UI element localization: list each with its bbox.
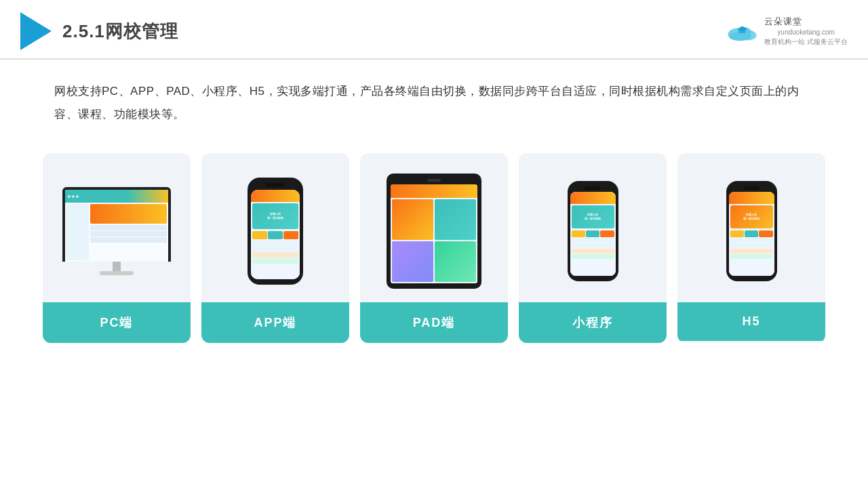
monitor-dot-1 [68,195,71,198]
phone-h5-content: 职通人的第一堂均课程 [729,204,774,276]
grid-item-3 [283,231,298,239]
mini-row-4 [572,254,614,259]
phone-app-notch [266,183,285,187]
phone-app-row2 [252,246,298,251]
monitor-top-bar [65,190,168,203]
h5-grid-1 [730,230,744,237]
card-pc-device [43,153,191,302]
monitor-main [90,204,167,260]
monitor-dot-2 [72,195,75,198]
tablet-screen [391,184,477,283]
card-pc-label: PC端 [43,302,191,343]
phone-mini-banner: 职通人的第一堂均课程 [572,205,614,228]
phone-app-topbar [251,190,300,202]
page-header: 2.5.1网校管理 云朵课堂 yunduoketang.com 教育机构一站 式… [0,0,868,60]
phone-app-outer: 职通人的第一堂均课程 [248,178,303,285]
phone-mini-content: 职通人的第一堂均课程 [570,204,616,276]
logo-triangle [20,12,52,50]
phone-h5-screen: 职通人的第一堂均课程 [729,192,774,276]
monitor-banner [90,204,167,224]
phone-app-row1 [252,240,298,245]
phone-app-row4 [252,258,298,264]
monitor-screen-inner [65,190,168,262]
phone-h5-topbar [729,192,774,204]
monitor-content [65,203,168,262]
phone-h5-grid [730,230,773,237]
tablet-tile-2 [435,199,476,240]
phone-app-mockup: 职通人的第一堂均课程 [248,178,303,285]
monitor-screen-wrap [62,187,171,262]
phone-h5-mockup: 职通人的第一堂均课程 [726,181,777,281]
monitor-row-3 [90,237,167,243]
card-miniprogram: 职通人的第一堂均课程 [519,153,667,343]
card-pad: PAD端 [360,153,508,343]
grid-item-2 [268,231,283,239]
title-main: 网校管理 [105,21,178,41]
brand-name: 云朵课堂 [764,16,848,28]
phone-app-banner: 职通人的第一堂均课程 [252,203,298,229]
monitor-stand-neck [113,262,121,271]
h5-grid-2 [745,230,758,237]
phone-h5-banner: 职通人的第一堂均课程 [730,205,773,228]
pc-monitor [62,187,171,275]
cloud-icon [721,21,762,41]
h5-row-3 [730,249,773,253]
card-miniprogram-label: 小程序 [519,302,667,343]
phone-h5-notch [743,186,760,190]
monitor-stand-base [100,271,134,275]
brand-tagline: 教育机构一站 式服务云平台 [764,37,848,47]
phone-mini-notch [585,186,601,190]
h5-row-4 [730,254,773,259]
card-miniprogram-device: 职通人的第一堂均课程 [519,153,667,302]
tablet-top [391,184,477,198]
mini-row-2 [572,243,614,248]
phone-h5-outer: 职通人的第一堂均课程 [726,181,777,281]
monitor-row-1 [90,225,167,230]
brand-icon: 云朵课堂 yunduoketang.com 教育机构一站 式服务云平台 [721,16,848,47]
phone-app-grid [252,231,298,239]
tablet-tile-1 [392,199,433,240]
card-h5: 职通人的第一堂均课程 [677,153,825,343]
tablet-mockup [387,174,481,289]
card-app: 职通人的第一堂均课程 [201,153,349,343]
header-left: 2.5.1网校管理 [20,12,178,50]
mini-grid-3 [600,230,614,237]
card-app-device: 职通人的第一堂均课程 [201,153,349,302]
tablet-tile-4 [435,241,476,282]
phone-mini-topbar [570,192,616,204]
title-prefix: 2.5.1 [62,21,105,41]
mini-row-1 [572,238,614,243]
phone-mini-outer: 职通人的第一堂均课程 [568,181,618,281]
card-pad-device [360,153,508,302]
tablet-outer [387,174,481,289]
brand-url: yunduoketang.com [764,28,848,37]
card-pc: PC端 [43,153,191,343]
monitor-rows [90,225,167,260]
phone-app-content: 职通人的第一堂均课程 [251,202,300,279]
description-text: 网校支持PC、APP、PAD、小程序、H5，实现多端打通，产品各终端自由切换，数… [0,60,868,140]
page-title: 2.5.1网校管理 [62,20,178,43]
mini-row-3 [572,249,614,253]
brand-text-block: 云朵课堂 yunduoketang.com 教育机构一站 式服务云平台 [764,16,848,47]
brand-logo: 云朵课堂 yunduoketang.com 教育机构一站 式服务云平台 [721,16,848,47]
monitor-sidebar [66,204,89,260]
cards-section: PC端 职通人的第一堂均课程 [0,140,868,343]
h5-grid-3 [759,230,772,237]
card-h5-device: 职通人的第一堂均课程 [677,153,825,302]
tablet-content [391,198,477,283]
card-pad-label: PAD端 [360,302,508,343]
monitor-dot-3 [76,195,79,198]
h5-row-2 [730,243,773,248]
mini-grid-2 [586,230,599,237]
phone-app-screen: 职通人的第一堂均课程 [251,190,300,279]
phone-app-row3 [252,252,298,258]
grid-item-1 [252,231,267,239]
monitor-row-2 [90,231,167,237]
mini-grid-1 [572,230,585,237]
card-app-label: APP端 [201,302,349,343]
h5-row-1 [730,238,773,243]
tablet-btn [427,179,441,182]
phone-mini-mockup: 职通人的第一堂均课程 [568,181,618,281]
phone-mini-screen: 职通人的第一堂均课程 [570,192,616,276]
phone-mini-grid [572,230,614,237]
